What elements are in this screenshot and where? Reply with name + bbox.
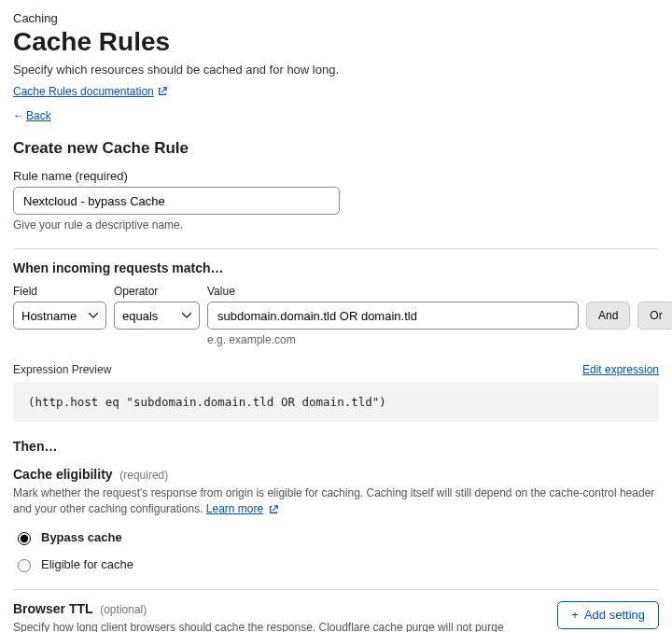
page-title: Cache Rules: [13, 27, 659, 57]
bypass-cache-option[interactable]: Bypass cache: [13, 529, 659, 545]
rule-name-input[interactable]: [13, 187, 340, 215]
documentation-link-label: Cache Rules documentation: [13, 85, 154, 98]
then-label: Then…: [13, 439, 659, 454]
eligibility-tag: (required): [119, 469, 168, 482]
add-setting-button[interactable]: + Add setting: [557, 601, 659, 629]
rule-name-helper: Give your rule a descriptive name.: [13, 218, 659, 232]
back-link-row: ←Back: [13, 109, 659, 122]
browser-ttl-desc: Specify how long client browsers should …: [13, 620, 542, 632]
bypass-cache-label: Bypass cache: [41, 530, 122, 544]
breadcrumb: Caching: [13, 11, 659, 25]
documentation-link[interactable]: Cache Rules documentation: [13, 85, 167, 98]
back-link[interactable]: Back: [26, 109, 51, 122]
eligible-cache-option[interactable]: Eligible for cache: [13, 556, 659, 572]
value-example: e.g. example.com: [207, 333, 579, 346]
eligibility-learn-more-link[interactable]: Learn more: [206, 502, 263, 515]
match-title: When incoming requests match…: [13, 260, 659, 275]
external-link-icon: [269, 505, 278, 514]
or-button[interactable]: Or: [637, 302, 672, 330]
eligible-cache-radio[interactable]: [18, 559, 31, 572]
edit-expression-link[interactable]: Edit expression: [582, 363, 659, 376]
expression-preview: (http.host eq "subdomain.domain.tld OR d…: [13, 382, 659, 422]
bypass-cache-radio[interactable]: [18, 532, 31, 545]
eligibility-title: Cache eligibility: [13, 467, 113, 482]
plus-icon: +: [571, 608, 579, 622]
browser-ttl-title: Browser TTL: [13, 601, 93, 616]
operator-label: Operator: [114, 285, 200, 298]
and-button[interactable]: And: [586, 302, 630, 330]
add-setting-label: Add setting: [584, 608, 645, 622]
operator-select[interactable]: equals: [114, 302, 200, 330]
arrow-left-icon: ←: [13, 109, 24, 122]
field-label: Field: [13, 285, 106, 298]
field-select[interactable]: Hostname: [13, 302, 106, 330]
divider: [13, 589, 659, 590]
external-link-icon: [158, 87, 167, 96]
expression-label: Expression Preview: [13, 363, 111, 376]
divider: [13, 248, 659, 249]
match-row: Field Hostname Operator equals Value e.g…: [13, 285, 659, 346]
value-label: Value: [207, 285, 579, 298]
eligible-cache-label: Eligible for cache: [41, 557, 133, 571]
browser-ttl-tag: (optional): [100, 603, 147, 616]
page-subtitle: Specify which resources should be cached…: [13, 63, 659, 77]
value-input[interactable]: [207, 302, 579, 330]
rule-name-label: Rule name (required): [13, 169, 659, 183]
form-heading: Create new Cache Rule: [13, 139, 659, 158]
eligibility-desc: Mark whether the request's response from…: [13, 485, 659, 518]
